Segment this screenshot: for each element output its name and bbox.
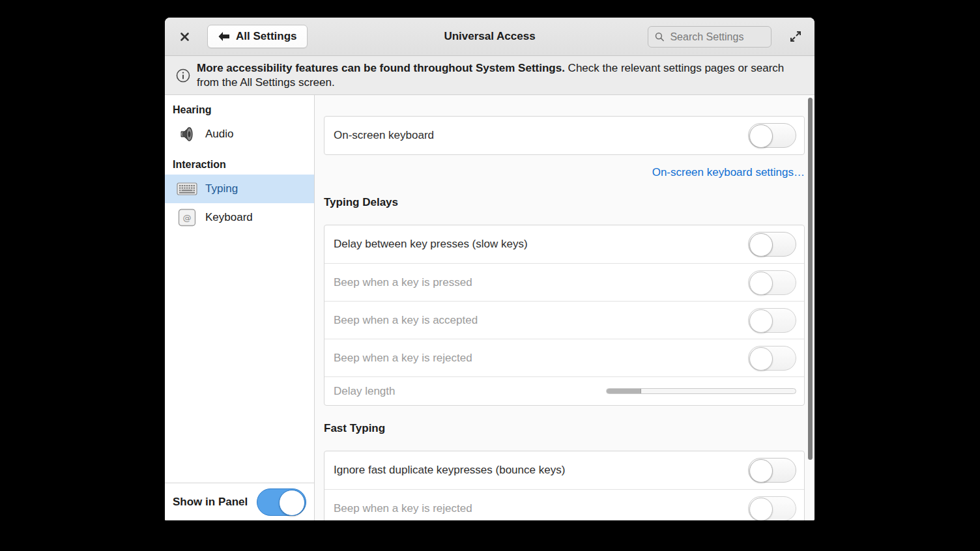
search-input[interactable] — [669, 31, 764, 44]
fast-typing-card: Ignore fast duplicate keypresses (bounce… — [324, 451, 805, 520]
setting-row: Beep when a key is rejected — [324, 339, 804, 376]
desktop-background: { "titlebar": { "title": "Universal Acce… — [0, 0, 980, 551]
setting-label: Ignore fast duplicate keypresses (bounce… — [334, 464, 565, 477]
at-key-icon: @ — [177, 208, 197, 227]
sidebar: Hearing Audio Interaction — [165, 95, 315, 520]
maximize-icon — [790, 31, 801, 42]
keyboard-icon — [177, 182, 197, 196]
banner-text: More accessibility features can be found… — [197, 61, 786, 90]
close-icon — [180, 32, 190, 42]
back-arrow-icon — [218, 31, 230, 42]
setting-row: Ignore fast duplicate keypresses (bounce… — [324, 451, 804, 489]
beep-key-pressed-toggle[interactable] — [748, 270, 796, 295]
toggle-knob — [749, 124, 773, 148]
setting-row: Delay between key presses (slow keys) — [324, 225, 804, 263]
settings-window: All Settings Universal Access More ac — [165, 18, 814, 520]
toggle-knob — [749, 498, 773, 521]
all-settings-back-button[interactable]: All Settings — [207, 25, 308, 48]
setting-label: Beep when a key is rejected — [334, 352, 472, 365]
sidebar-item-label: Audio — [205, 128, 233, 141]
on-screen-keyboard-toggle[interactable] — [748, 123, 796, 148]
fast-beep-key-rejected-toggle[interactable] — [748, 496, 796, 521]
sidebar-item-keyboard[interactable]: @ Keyboard — [165, 203, 314, 232]
delay-length-slider[interactable] — [606, 388, 796, 394]
info-icon — [176, 68, 190, 83]
section-heading-typing-delays: Typing Delays — [324, 195, 805, 210]
toggle-knob — [749, 272, 773, 295]
link-row: On-screen keyboard settings… — [324, 155, 805, 180]
toggle-knob — [749, 309, 773, 333]
search-settings-field[interactable] — [648, 26, 771, 48]
toggle-knob — [749, 233, 773, 257]
sidebar-heading-interaction: Interaction — [165, 148, 314, 175]
speaker-icon — [177, 124, 197, 144]
window-body: Hearing Audio Interaction — [165, 95, 814, 520]
bounce-keys-toggle[interactable] — [748, 458, 796, 483]
beep-key-accepted-toggle[interactable] — [748, 308, 796, 333]
on-screen-keyboard-card: On-screen keyboard — [324, 116, 805, 155]
setting-row: On-screen keyboard — [324, 117, 804, 154]
slider-fill — [607, 389, 641, 393]
setting-row: Beep when a key is pressed — [324, 263, 804, 301]
show-in-panel-label: Show in Panel — [173, 496, 248, 509]
setting-label: Beep when a key is rejected — [334, 502, 472, 515]
sidebar-item-label: Keyboard — [205, 211, 253, 224]
maximize-button[interactable] — [788, 18, 803, 55]
setting-row: Delay length — [324, 376, 804, 405]
back-button-label: All Settings — [236, 30, 297, 43]
sidebar-item-label: Typing — [205, 182, 238, 195]
window-title: Universal Access — [444, 30, 535, 43]
setting-label: Beep when a key is accepted — [334, 314, 478, 327]
section-heading-fast-typing: Fast Typing — [324, 421, 805, 436]
sidebar-item-audio[interactable]: Audio — [165, 120, 314, 148]
setting-row: Beep when a key is accepted — [324, 301, 804, 339]
search-icon — [655, 31, 664, 42]
titlebar: All Settings Universal Access — [165, 18, 814, 56]
typing-delays-card: Delay between key presses (slow keys) Be… — [324, 225, 805, 406]
setting-label: Delay length — [334, 385, 396, 398]
beep-key-rejected-toggle[interactable] — [748, 346, 796, 371]
typing-settings-pane: On-screen keyboard On-screen keyboard se… — [315, 95, 814, 520]
show-in-panel-toggle[interactable] — [257, 488, 306, 516]
on-screen-keyboard-settings-link[interactable]: On-screen keyboard settings… — [652, 165, 805, 180]
setting-label: Delay between key presses (slow keys) — [334, 238, 528, 251]
banner-text-bold: More accessibility features can be found… — [197, 62, 565, 74]
toggle-knob — [749, 347, 773, 371]
setting-label: On-screen keyboard — [334, 129, 434, 142]
sidebar-item-typing[interactable]: Typing — [165, 175, 314, 203]
sidebar-heading-hearing: Hearing — [165, 95, 314, 120]
svg-text:@: @ — [183, 213, 192, 223]
slow-keys-toggle[interactable] — [748, 232, 796, 257]
vertical-scrollbar[interactable] — [808, 98, 813, 460]
toggle-knob — [279, 490, 305, 516]
setting-label: Beep when a key is pressed — [334, 276, 472, 289]
accessibility-info-banner: More accessibility features can be found… — [165, 56, 814, 95]
close-button[interactable] — [177, 18, 192, 55]
show-in-panel-bar: Show in Panel — [165, 483, 314, 520]
setting-row: Beep when a key is rejected — [324, 489, 804, 520]
toggle-knob — [749, 459, 773, 483]
